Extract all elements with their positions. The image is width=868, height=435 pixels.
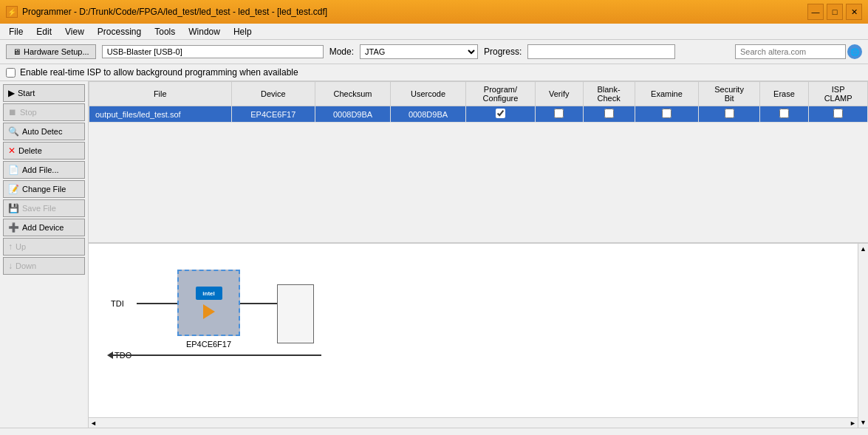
save-file-icon: 💾 (8, 203, 19, 213)
cell-blank-check[interactable] (583, 106, 635, 123)
search-input[interactable] (735, 44, 846, 59)
menu-window[interactable]: Window (182, 25, 226, 38)
hw-setup-icon: 🖥 (13, 47, 21, 56)
menu-processing[interactable]: Processing (92, 25, 147, 38)
cell-verify[interactable] (535, 106, 583, 123)
col-blank-check: Blank-Check (583, 82, 635, 106)
change-file-button[interactable]: 📝 Change File (3, 180, 85, 198)
menu-view[interactable]: View (59, 25, 90, 38)
cell-checksum: 0008D9BA (315, 106, 391, 123)
table-row[interactable]: output_files/led_test.sof EP4CE6F17 0008… (89, 106, 868, 123)
play-icon (203, 304, 215, 319)
checkbox-erase[interactable] (779, 109, 789, 118)
cell-device: EP4CE6F17 (231, 106, 315, 123)
tdo-box (277, 284, 314, 343)
search-globe-icon[interactable]: 🌐 (847, 44, 862, 59)
scroll-up-button[interactable]: ▲ (858, 244, 868, 254)
progress-label: Progress: (484, 47, 522, 57)
diagram-area: ▲ ▼ TDI intel EP4CE6F17 (89, 244, 868, 428)
start-button[interactable]: ▶ Start (3, 84, 85, 102)
title-text: Programmer - D:/Trunk/Code/FPGA/led_test… (22, 7, 327, 17)
down-icon: ↓ (8, 261, 13, 271)
hw-setup-label: Hardware Setup... (24, 47, 89, 56)
cell-program[interactable] (465, 106, 535, 123)
col-usercode: Usercode (391, 82, 466, 106)
auto-detect-icon: 🔍 (8, 126, 19, 137)
add-device-label: Add Device (22, 223, 64, 232)
horizontal-scrollbar[interactable]: ◄ ► (89, 417, 858, 428)
col-file: File (89, 82, 232, 106)
stop-button[interactable]: ⏹ Stop (3, 103, 85, 121)
progress-bar (527, 44, 675, 59)
close-button[interactable]: ✕ (846, 4, 862, 20)
mode-select[interactable]: JTAG AS PS JTAG Indirect (360, 44, 478, 59)
add-file-label: Add File... (22, 165, 59, 174)
tdo-return-arrow (111, 354, 321, 356)
col-device: Device (231, 82, 315, 106)
save-file-label: Save File (22, 204, 56, 213)
delete-button[interactable]: ✕ Delete (3, 142, 85, 160)
table-area: File Device Checksum Usercode Program/Co… (89, 81, 868, 244)
checkbox-examine[interactable] (662, 109, 671, 118)
save-file-button[interactable]: 💾 Save File (3, 199, 85, 217)
add-file-button[interactable]: 📄 Add File... (3, 161, 85, 179)
checkbox-security-bit[interactable] (725, 109, 734, 118)
intel-logo: intel (196, 287, 222, 300)
menu-edit[interactable]: Edit (30, 25, 58, 38)
title-bar: ⚡ Programmer - D:/Trunk/Code/FPGA/led_te… (0, 0, 868, 24)
change-file-icon: 📝 (8, 184, 19, 194)
col-checksum: Checksum (315, 82, 391, 106)
cell-erase[interactable] (759, 106, 808, 123)
auto-detect-button[interactable]: 🔍 Auto Detec (3, 123, 85, 140)
cell-examine[interactable] (635, 106, 699, 123)
col-security-bit: SecurityBit (699, 82, 759, 106)
col-verify: Verify (535, 82, 583, 106)
delete-icon: ✕ (8, 145, 16, 156)
menu-bar: File Edit View Processing Tools Window H… (0, 24, 868, 40)
down-label: Down (16, 261, 36, 270)
checkbox-blank-check[interactable] (604, 109, 614, 118)
programmer-table: File Device Checksum Usercode Program/Co… (89, 81, 868, 123)
minimize-button[interactable]: — (807, 4, 824, 20)
checkbox-program[interactable] (496, 109, 505, 118)
cell-file: output_files/led_test.sof (89, 106, 232, 123)
menu-file[interactable]: File (3, 25, 29, 38)
hardware-setup-button[interactable]: 🖥 Hardware Setup... (6, 44, 96, 59)
scroll-down-button[interactable]: ▼ (858, 417, 868, 428)
chip-to-tdo-arrow (240, 303, 277, 304)
title-bar-controls: — □ ✕ (807, 4, 862, 20)
tdi-label: TDI (111, 299, 124, 308)
scroll-right-button[interactable]: ► (848, 418, 858, 428)
checkbox-verify[interactable] (554, 109, 564, 118)
menu-help[interactable]: Help (228, 25, 258, 38)
sidebar: ▶ Start ⏹ Stop 🔍 Auto Detec ✕ Delete 📄 A… (0, 81, 89, 428)
vertical-scrollbar[interactable]: ▲ ▼ (858, 244, 868, 428)
col-isp-clamp: ISPCLAMP (809, 82, 868, 106)
diagram-canvas: TDI intel EP4CE6F17 TDO (89, 244, 858, 417)
search-container: 🌐 (735, 44, 862, 59)
cell-isp-clamp[interactable] (809, 106, 868, 123)
col-erase: Erase (759, 82, 808, 106)
stop-icon: ⏹ (8, 107, 17, 117)
add-device-button[interactable]: ➕ Add Device (3, 219, 85, 236)
menu-tools[interactable]: Tools (148, 25, 181, 38)
stop-label: Stop (20, 108, 37, 117)
cell-security-bit[interactable] (699, 106, 759, 123)
maximize-button[interactable]: □ (827, 4, 843, 20)
delete-label: Delete (18, 146, 42, 155)
col-examine: Examine (635, 82, 699, 106)
up-button[interactable]: ↑ Up (3, 238, 85, 256)
main-area: ▶ Start ⏹ Stop 🔍 Auto Detec ✕ Delete 📄 A… (0, 81, 868, 428)
up-label: Up (16, 242, 26, 251)
cable-input[interactable] (102, 45, 324, 58)
toolbar: 🖥 Hardware Setup... Mode: JTAG AS PS JTA… (0, 40, 868, 64)
add-device-icon: ➕ (8, 222, 19, 233)
scroll-left-button[interactable]: ◄ (89, 418, 98, 428)
tdi-arrow (137, 303, 181, 304)
checkbox-isp-clamp[interactable] (833, 109, 843, 118)
isp-checkbox[interactable] (6, 68, 16, 78)
start-icon: ▶ (8, 88, 15, 98)
down-button[interactable]: ↓ Down (3, 257, 85, 275)
auto-detect-label: Auto Detec (22, 127, 62, 136)
add-file-icon: 📄 (8, 165, 19, 175)
